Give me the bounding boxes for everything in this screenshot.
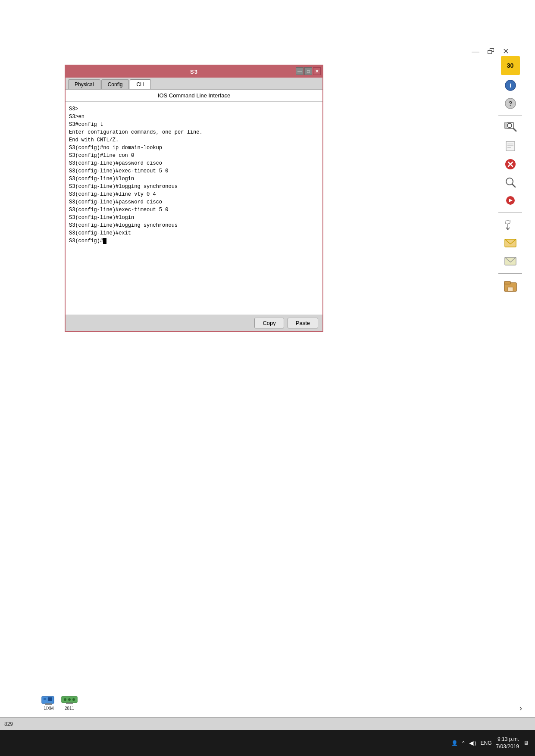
svg-text:i: i — [510, 82, 511, 89]
ios-titlebar: S3 — □ ✕ — [66, 66, 322, 78]
help-icon[interactable]: ? — [503, 96, 518, 111]
tab-cli[interactable]: CLI — [130, 79, 151, 89]
ios-window-title: S3 — [190, 69, 198, 75]
paste-button[interactable]: Paste — [288, 318, 318, 328]
minimize-button[interactable]: — — [472, 47, 479, 56]
svg-rect-31 — [45, 703, 52, 705]
info-icon[interactable]: i — [503, 78, 518, 93]
ios-cli-window: S3 — □ ✕ Physical Config CLI IOS Command… — [65, 65, 323, 332]
desktop: — 🗗 ✕ 30 i ? — [0, 0, 535, 756]
taskbar-arrow-icon: ^ — [462, 740, 465, 746]
ios-heading: IOS Command Line Interface — [66, 90, 322, 102]
svg-line-6 — [513, 128, 516, 131]
taskbar-volume-icon[interactable]: ◀() — [469, 740, 476, 746]
taskbar-user-icon: 👤 — [451, 740, 458, 746]
selection-tool-icon[interactable] — [503, 217, 518, 233]
taskbar-right: 👤 ^ ◀() ENG 9:13 p.m. 7/03/2019 🖥 — [451, 736, 529, 750]
network-label-1xm: 1IXM — [44, 706, 53, 711]
scroll-right-arrow[interactable]: › — [519, 704, 522, 713]
svg-point-33 — [64, 698, 66, 701]
ios-tabs: Physical Config CLI — [66, 78, 322, 90]
status-bar: 829 — [0, 717, 535, 730]
copy-button[interactable]: Copy — [254, 318, 284, 328]
envelope-icon[interactable] — [503, 253, 518, 269]
network-item-1xm[interactable]: 1IXM — [41, 693, 56, 711]
ios-minimize-button[interactable]: — — [296, 67, 303, 75]
svg-rect-30 — [48, 697, 52, 701]
toolbar-divider-3 — [498, 273, 522, 274]
ios-maximize-button[interactable]: □ — [304, 67, 312, 75]
search-icon[interactable] — [503, 175, 518, 190]
svg-rect-27 — [508, 287, 513, 291]
svg-rect-29 — [44, 698, 46, 700]
svg-rect-26 — [504, 281, 510, 284]
svg-line-16 — [512, 184, 515, 187]
ios-terminal[interactable]: S3> S3>en S3#config t Enter configuratio… — [66, 102, 322, 315]
delete-icon[interactable] — [503, 156, 518, 172]
taskbar-language[interactable]: ENG — [481, 740, 492, 746]
close-button[interactable]: ✕ — [503, 47, 509, 56]
taskbar-time: 9:13 p.m. — [496, 736, 519, 743]
svg-point-35 — [72, 698, 75, 701]
zoom-label: 30 — [501, 56, 520, 75]
taskbar-time-area: 9:13 p.m. 7/03/2019 — [496, 736, 519, 750]
network-icons-area: 1IXM 2811 — [41, 693, 78, 711]
right-toolbar: 30 i ? — [498, 56, 522, 294]
svg-text:?: ? — [508, 100, 512, 107]
ios-window-controls: — □ ✕ — [296, 67, 321, 75]
svg-rect-8 — [506, 141, 515, 151]
mail-icon[interactable] — [503, 235, 518, 251]
inspect-icon[interactable] — [503, 120, 518, 136]
notepad-icon[interactable] — [503, 138, 518, 154]
svg-point-34 — [68, 698, 71, 701]
tab-config[interactable]: Config — [101, 79, 129, 89]
status-number: 829 — [4, 721, 13, 727]
tab-physical[interactable]: Physical — [68, 79, 100, 89]
ios-close-button[interactable]: ✕ — [313, 67, 321, 75]
taskbar-date: 7/03/2019 — [496, 743, 519, 750]
status-dot-icon[interactable] — [503, 193, 518, 208]
svg-point-7 — [507, 123, 512, 128]
ios-footer: Copy Paste — [66, 315, 322, 331]
save-icon[interactable] — [503, 278, 518, 294]
network-item-2811[interactable]: 2811 — [61, 693, 78, 711]
taskbar-system-icon[interactable]: 🖥 — [523, 740, 529, 746]
svg-rect-36 — [66, 703, 73, 704]
restore-button[interactable]: 🗗 — [487, 47, 495, 56]
window-chrome: — 🗗 ✕ — [472, 47, 509, 56]
taskbar: 👤 ^ ◀() ENG 9:13 p.m. 7/03/2019 🖥 — [0, 730, 535, 756]
network-label-2811: 2811 — [65, 706, 74, 711]
svg-rect-19 — [506, 220, 510, 224]
toolbar-divider-1 — [498, 116, 522, 116]
toolbar-divider-2 — [498, 212, 522, 213]
